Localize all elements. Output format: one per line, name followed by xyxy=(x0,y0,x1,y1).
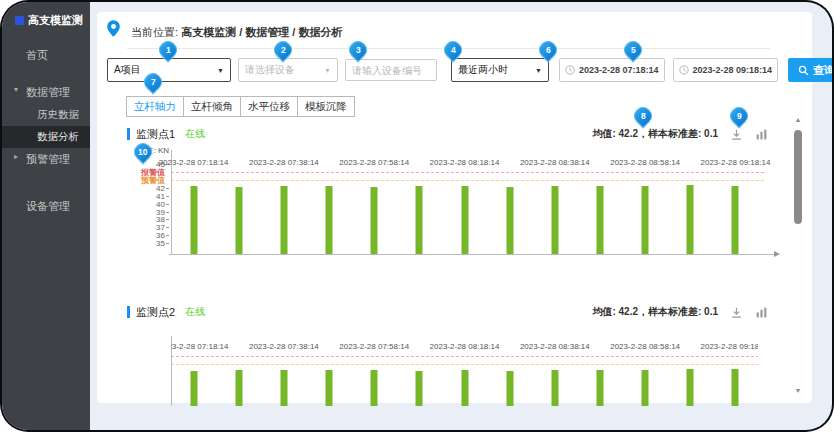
chart-bar xyxy=(371,187,378,254)
device-select-placeholder: 请选择设备 xyxy=(245,63,295,77)
caret-right-icon: ▸ xyxy=(14,152,18,161)
time-range-value: 最近两小时 xyxy=(458,63,508,77)
clock-icon xyxy=(679,65,689,75)
location-pin-icon xyxy=(104,19,123,38)
panel-header: 监测点1 在线 均值: 42.2，样本标准差: 0.1 xyxy=(127,126,768,142)
sidebar-item-label: 设备管理 xyxy=(26,200,70,212)
chart-bar xyxy=(687,185,694,254)
sidebar-item-label: 数据管理 xyxy=(26,86,70,98)
chart-bar xyxy=(596,186,603,254)
chart-bar xyxy=(461,186,468,254)
bar-chart-icon[interactable] xyxy=(755,128,768,141)
x-axis-tick-label: 2023-2-28 08:18:14 xyxy=(430,158,500,167)
chart-bar xyxy=(642,186,649,254)
bar-chart: 单位: KN454241403938373635报警值预警值2023-2-28 … xyxy=(171,158,758,254)
chart-bar xyxy=(551,370,558,406)
x-axis-tick-label: 2023-2-28 08:58:14 xyxy=(610,158,680,167)
scroll-up-arrow[interactable]: ▲ xyxy=(792,116,804,124)
time-range-select[interactable]: 最近两小时 ▼ xyxy=(451,58,549,82)
breadcrumb-path: 高支模监测 / 数据管理 / 数据分析 xyxy=(181,26,342,38)
threshold-line xyxy=(171,364,758,365)
panel-header: 监测点2 在线 均值: 42.2，样本标准差: 0.1 xyxy=(127,304,768,320)
x-axis-labels: 2023-2-28 07:18:142023-2-28 07:38:142023… xyxy=(171,158,758,170)
chevron-down-icon: ▼ xyxy=(535,67,542,74)
chart-panel: 监测点2 在线 均值: 42.2，样本标准差: 0.1 单位: KN454241… xyxy=(127,304,768,403)
project-select[interactable]: A项目 ▼ xyxy=(107,58,231,82)
x-axis-tick-label: 2023-2-28 08:38:14 xyxy=(520,342,590,351)
chart-bar xyxy=(326,370,333,406)
panel-stats: 均值: 42.2，样本标准差: 0.1 xyxy=(592,305,718,319)
x-axis xyxy=(169,254,774,255)
download-icon[interactable] xyxy=(730,128,743,141)
sidebar-menu: 首页▾数据管理历史数据数据分析▸预警管理设备管理 xyxy=(2,44,90,218)
chart-bar xyxy=(687,369,694,406)
x-axis-tick-label: 2023-2-28 08:38:14 xyxy=(520,158,590,167)
app-root: 高支模监测 首页▾数据管理历史数据数据分析▸预警管理设备管理 当前位置: 高支模… xyxy=(2,2,832,430)
tab-formwork-settlement[interactable]: 模板沉降 xyxy=(297,96,355,117)
scroll-down-arrow[interactable]: ▼ xyxy=(792,387,804,395)
x-axis-tick-label: 2023-2-28 08:18:14 xyxy=(430,342,500,351)
download-icon[interactable] xyxy=(730,306,743,319)
chart-bar xyxy=(280,186,287,254)
start-time-value: 2023-2-28 07:18:14 xyxy=(579,65,659,75)
sidebar-item-label: 预警管理 xyxy=(26,153,70,165)
threshold-line xyxy=(171,180,764,181)
tab-horizontal-displacement[interactable]: 水平位移 xyxy=(240,96,298,117)
bar-chart-icon[interactable] xyxy=(755,306,768,319)
x-axis-tick-label: 2023-2-28 07:58:14 xyxy=(339,158,409,167)
sidebar-item-data-analysis[interactable]: 数据分析 xyxy=(2,126,90,148)
tab-pole-axial-force[interactable]: 立杆轴力 xyxy=(126,96,184,117)
x-axis-tick-label: 2023-2-28 07:38:14 xyxy=(249,158,319,167)
chart-bar xyxy=(280,370,287,406)
x-axis-labels: 2023-2-28 07:18:142023-2-28 07:38:142023… xyxy=(171,342,758,354)
x-axis-tick-label: 2023-2-28 09:18:14 xyxy=(701,342,759,351)
chart-bar xyxy=(732,369,739,406)
online-status-badge: 在线 xyxy=(185,127,205,141)
end-time-picker[interactable]: 2023-2-28 09:18:14 xyxy=(673,58,779,82)
scrollbar-thumb[interactable] xyxy=(794,130,802,224)
threshold-line xyxy=(171,356,758,357)
sidebar-item-label: 首页 xyxy=(26,49,48,61)
breadcrumb-divider xyxy=(127,48,770,49)
chart-bar xyxy=(506,187,513,254)
search-icon xyxy=(798,65,809,76)
x-axis-tick-label: 2023-2-28 07:18:14 xyxy=(159,158,229,167)
sidebar-item-device-management[interactable]: 设备管理 xyxy=(2,195,90,218)
threshold-line xyxy=(171,172,764,173)
breadcrumb: 当前位置: 高支模监测 / 数据管理 / 数据分析 xyxy=(131,25,342,40)
panel-stats: 均值: 42.2，样本标准差: 0.1 xyxy=(592,127,718,141)
x-axis-tick-label: 2023-2-28 07:38:14 xyxy=(249,342,319,351)
sidebar-item-history-data[interactable]: 历史数据 xyxy=(2,104,90,126)
chart-bar xyxy=(235,187,242,254)
filter-bar: A项目 ▼ 请选择设备 ▼ 最近两小时 ▼ 2023-2-28 07:18:14 xyxy=(107,58,832,82)
y-axis-tick: 35 xyxy=(131,239,165,248)
sidebar-item-warning-management[interactable]: ▸预警管理 xyxy=(2,148,90,171)
logo-icon xyxy=(15,16,24,25)
panel-title: 监测点2 xyxy=(136,305,175,320)
chart-bar xyxy=(371,370,378,406)
content-card: 当前位置: 高支模监测 / 数据管理 / 数据分析 A项目 ▼ 请选择设备 ▼ … xyxy=(97,12,812,403)
x-axis-arrow xyxy=(774,251,780,257)
axis-unit-label: 单位: KN xyxy=(129,145,169,156)
sidebar-item-data-management[interactable]: ▾数据管理 xyxy=(2,81,90,104)
threshold-label: 预警值 xyxy=(131,175,165,186)
device-number-input[interactable] xyxy=(345,59,437,81)
x-axis-tick-label: 2023-2-28 07:58:14 xyxy=(339,342,409,351)
chart-bar xyxy=(235,370,242,406)
tab-pole-tilt[interactable]: 立杆倾角 xyxy=(183,96,241,117)
app-window: 高支模监测 首页▾数据管理历史数据数据分析▸预警管理设备管理 当前位置: 高支模… xyxy=(0,0,834,432)
search-button[interactable]: 查询 xyxy=(788,58,832,82)
start-time-picker[interactable]: 2023-2-28 07:18:14 xyxy=(559,58,665,82)
panel-title-bar xyxy=(127,306,130,318)
chart-bar xyxy=(732,186,739,254)
sidebar-item-home[interactable]: 首页 xyxy=(2,44,90,67)
panel-title-bar xyxy=(127,128,130,140)
caret-down-icon: ▾ xyxy=(14,85,18,94)
project-select-value: A项目 xyxy=(114,63,141,77)
device-select[interactable]: 请选择设备 ▼ xyxy=(238,58,338,82)
x-axis-tick-label: 2023-2-28 09:18:14 xyxy=(701,158,771,167)
chart-bar xyxy=(190,371,197,406)
x-axis-tick-label: 2023-2-28 08:58:14 xyxy=(610,342,680,351)
app-title: 高支模监测 xyxy=(28,13,83,28)
panel-title: 监测点1 xyxy=(136,127,175,142)
